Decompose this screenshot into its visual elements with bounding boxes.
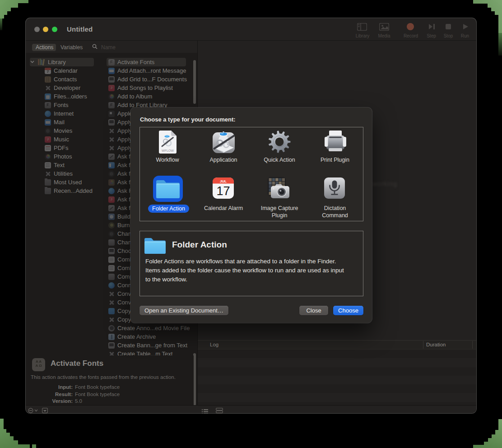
svg-text:WFLOW: WFLOW <box>162 149 174 152</box>
svg-text:17: 17 <box>216 184 230 198</box>
svg-text:JUL: JUL <box>220 179 227 183</box>
